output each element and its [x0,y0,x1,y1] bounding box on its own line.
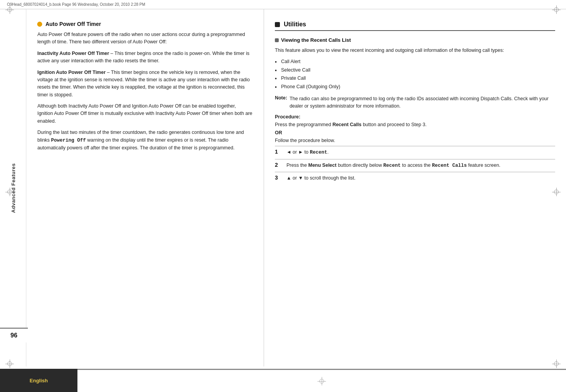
recent-calls-mono: Recent Calls [432,163,467,168]
footer-bar: English [0,369,566,392]
left-section-heading: Auto Power Off Timer [37,21,253,27]
menu-select-bold: Menu Select [308,163,336,168]
left-para-both: Although both Inactivity Auto Power Off … [37,103,253,125]
list-item: Phone Call (Outgoing Only) [275,83,555,91]
header-text: O9Head_68007024014_b.book Page 96 Wednes… [7,2,145,7]
step-3: 3 ▲ or ▼ to scroll through the list. [275,172,555,184]
powering-off-mono: Powering Off [51,138,86,143]
step-number-1: 1 [275,149,282,155]
follow-text: Follow the procedure below. [275,137,555,144]
content-area: Advanced Features 96 Auto Power Off Time… [0,9,566,366]
page-number-box: 96 [0,328,28,342]
footer-center [77,369,566,392]
sub-title: Viewing the Recent Calls List [281,37,351,43]
step-number-3: 3 [275,175,282,181]
note-label: Note: [275,95,287,110]
right-column: Utilities Viewing the Recent Calls List … [264,9,566,366]
steps-list: 1 ◄ or ► to Recent. 2 Press the Menu Sel… [275,146,555,184]
utilities-icon [275,22,280,27]
crosshair-bot-right [552,359,561,368]
note-text: The radio can also be preprogrammed to l… [290,95,555,110]
left-section-title: Auto Power Off Timer [45,21,101,27]
step-2-content: Press the Menu Select button directly be… [286,162,555,169]
procedure-text: Press the preprogrammed Recent Calls but… [275,121,555,128]
ignition-bold: Ignition Auto Power Off Timer [37,70,105,75]
crosshair-mid-right [552,188,561,196]
step-3-content: ▲ or ▼ to scroll through the list. [286,175,555,182]
utilities-title: Utilities [284,21,306,28]
left-para-inactivity: Inactivity Auto Power Off Timer – This t… [37,50,253,65]
note-block: Note: The radio can also be preprogramme… [275,95,555,110]
page-wrapper: O9Head_68007024014_b.book Page 96 Wednes… [0,0,566,392]
section-icon [37,22,42,27]
inactivity-bold: Inactivity Auto Power Off Timer [37,51,109,56]
page-number: 96 [10,332,17,339]
footer-language: English [30,378,48,383]
viewing-calls-heading: Viewing the Recent Calls List [275,37,555,43]
crosshair-top-right [552,5,561,14]
or-text: OR [275,130,555,135]
header-bar: O9Head_68007024014_b.book Page 96 Wednes… [0,0,566,9]
recent-calls-bold: Recent Calls [333,122,362,127]
footer-left: English [0,369,77,392]
list-item: Call Alert [275,58,555,65]
list-item: Private Call [275,75,555,82]
call-types-list: Call Alert Selective Call Private Call P… [275,58,555,91]
left-column: Auto Power Off Timer Auto Power Off feat… [26,9,264,366]
left-sidebar: Advanced Features 96 [0,9,26,366]
recent-mono-2: Recent [383,163,401,168]
recent-mono-1: Recent [310,150,327,155]
footer-crosshair [317,377,326,385]
sub-icon [275,38,279,42]
left-para-ignition: Ignition Auto Power Off Timer – This tim… [37,69,253,99]
step-1: 1 ◄ or ► to Recent. [275,146,555,159]
left-para-last: During the last two minutes of the timer… [37,129,253,152]
procedure-heading: Procedure: [275,114,555,120]
sidebar-rotated-label: Advanced Features [10,163,16,212]
utilities-heading-block: Utilities [275,21,555,31]
step-2: 2 Press the Menu Select button directly … [275,159,555,172]
step-number-2: 2 [275,162,282,168]
list-item: Selective Call [275,67,555,74]
left-para-1: Auto Power Off feature powers off the ra… [37,31,253,46]
right-intro: This feature allows you to view the rece… [275,47,555,54]
step-1-content: ◄ or ► to Recent. [286,149,555,156]
